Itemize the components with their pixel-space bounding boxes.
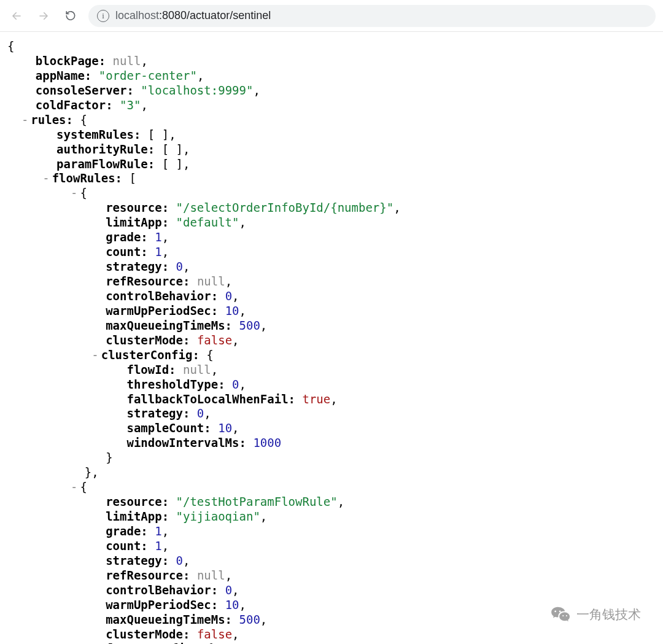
reload-button[interactable] (61, 7, 80, 25)
arrow-right-icon (38, 9, 49, 23)
site-info-icon[interactable]: i (97, 10, 109, 22)
back-button[interactable] (7, 7, 26, 25)
address-bar[interactable]: i localhost:8080/actuator/sentinel (88, 5, 656, 27)
json-response-view[interactable]: { blockPage: null, appName: "order-cente… (0, 32, 663, 644)
refresh-icon (65, 9, 76, 22)
forward-button[interactable] (34, 7, 53, 25)
url-text: localhost:8080/actuator/sentinel (115, 9, 271, 22)
arrow-left-icon (11, 9, 22, 23)
browser-toolbar: i localhost:8080/actuator/sentinel (0, 0, 663, 32)
